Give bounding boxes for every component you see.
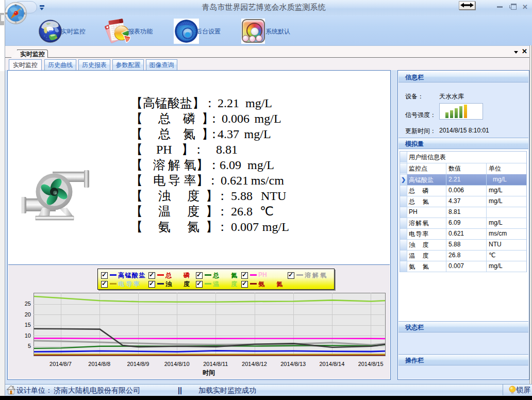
svg-text:W: W [5, 12, 8, 15]
svg-text:E: E [24, 12, 26, 15]
svg-text:S: S [15, 21, 16, 24]
svg-text:N: N [15, 4, 17, 7]
